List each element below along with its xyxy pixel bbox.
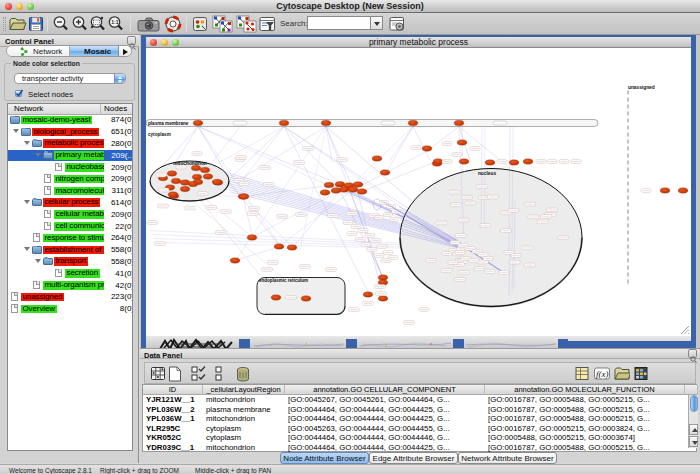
- svg-text:endoplasmic reticulum: endoplasmic reticulum: [259, 278, 308, 283]
- svg-text:plasma membrane: plasma membrane: [148, 121, 189, 126]
- svg-text:f(x): f(x): [596, 369, 609, 379]
- svg-text:1:1: 1:1: [111, 19, 118, 25]
- svg-text:mitochondrion: mitochondrion: [173, 161, 207, 166]
- svg-text:cytoplasm: cytoplasm: [148, 132, 171, 137]
- svg-text:nucleus: nucleus: [478, 171, 496, 176]
- svg-text:unassigned: unassigned: [628, 85, 655, 90]
